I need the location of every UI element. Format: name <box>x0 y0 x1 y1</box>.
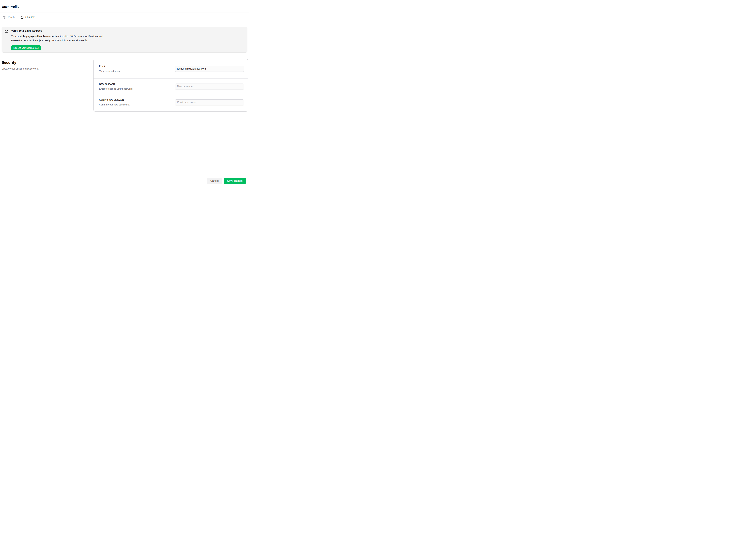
section-heading: Security <box>2 60 93 65</box>
confirm-password-field-label: Confirm new password* <box>99 99 130 101</box>
security-form-card: Email Your email address. New password* … <box>93 59 248 111</box>
confirm-password-field-row: Confirm new password* Confirm your new p… <box>94 94 248 110</box>
banner-email: huynguyen@leanbase.com <box>23 35 54 37</box>
new-password-input[interactable] <box>175 83 244 89</box>
banner-body-prefix: Your email <box>11 35 23 37</box>
new-password-field-label: New password* <box>99 83 133 85</box>
footer-action-bar: Cancel Save change <box>0 175 249 184</box>
lock-icon <box>21 16 24 19</box>
verify-email-banner: Verify Your Email Address Your email huy… <box>2 27 248 53</box>
banner-body-line2: Please find email with subject "Verify Y… <box>11 38 103 43</box>
new-password-field-row: New password* Enter to change your passw… <box>94 78 248 94</box>
new-password-field-text: New password* Enter to change your passw… <box>99 83 133 90</box>
security-section-intro: Security Update your email and password. <box>2 60 93 70</box>
email-field-label: Email <box>99 65 120 68</box>
save-change-button[interactable]: Save change <box>224 178 246 184</box>
security-section: Security Update your email and password.… <box>2 60 248 111</box>
new-password-label-text: New password <box>99 83 115 85</box>
tab-bar: Profile Security <box>0 12 249 22</box>
email-field-description: Your email address. <box>99 70 120 73</box>
tab-profile[interactable]: Profile <box>0 12 18 22</box>
page-title: User Profile <box>2 5 247 9</box>
tab-security-label: Security <box>25 16 34 19</box>
banner-body: Your email huynguyen@leanbase.com is not… <box>11 34 103 43</box>
envelope-icon <box>5 29 8 50</box>
section-description: Update your email and password. <box>2 68 93 70</box>
required-asterisk: * <box>115 83 117 85</box>
banner-title: Verify Your Email Address <box>11 29 103 32</box>
banner-body-suffix: is not verified. We've sent a verificati… <box>54 35 103 37</box>
page-header: User Profile <box>0 0 249 12</box>
tab-security[interactable]: Security <box>18 12 37 22</box>
email-field-text: Email Your email address. <box>99 65 120 73</box>
confirm-password-field-text: Confirm new password* Confirm your new p… <box>99 99 130 106</box>
user-circle-icon <box>3 16 6 19</box>
confirm-password-label-text: Confirm new password <box>99 99 125 101</box>
confirm-password-input[interactable] <box>175 99 244 105</box>
confirm-password-field-description: Confirm your new password. <box>99 103 130 106</box>
tab-profile-label: Profile <box>8 16 15 19</box>
required-asterisk: * <box>125 99 126 101</box>
resend-verification-button[interactable]: Resend verification email <box>11 46 41 50</box>
email-input[interactable] <box>175 66 244 72</box>
banner-content: Verify Your Email Address Your email huy… <box>11 29 103 50</box>
cancel-button[interactable]: Cancel <box>207 178 222 184</box>
new-password-field-description: Enter to change your password. <box>99 87 133 90</box>
email-field-row: Email Your email address. <box>94 59 248 78</box>
